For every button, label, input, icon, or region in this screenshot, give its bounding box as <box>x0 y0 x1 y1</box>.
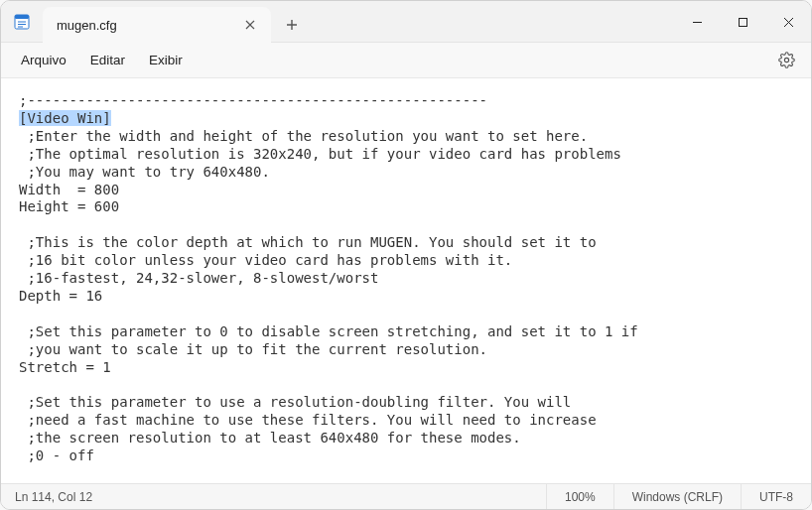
editor-line: ;0 - off <box>19 447 94 463</box>
menu-view[interactable]: Exibir <box>139 49 193 71</box>
editor-line: ;need a fast machine to use these filter… <box>19 412 597 428</box>
new-tab-button[interactable] <box>271 7 313 42</box>
tab-label: mugen.cfg <box>57 18 117 33</box>
editor-line: ;Set this parameter to use a resolution-… <box>19 394 571 410</box>
editor-line: ;Set this parameter to 0 to disable scre… <box>19 323 638 339</box>
window-controls <box>674 1 811 42</box>
editor-line: ;Enter the width and height of the resol… <box>19 128 588 144</box>
editor-line: Depth = 16 <box>19 288 102 304</box>
text-editor[interactable]: ;---------------------------------------… <box>1 78 811 483</box>
titlebar: mugen.cfg <box>1 1 811 43</box>
minimize-button[interactable] <box>674 1 720 43</box>
editor-line: Width = 800 <box>19 182 119 197</box>
maximize-button[interactable] <box>720 1 765 43</box>
svg-rect-1 <box>15 15 29 19</box>
app-icon <box>1 1 43 42</box>
editor-line-selected: [Video Win] <box>19 110 111 126</box>
editor-line: ;the screen resolution to at least 640x4… <box>19 430 521 446</box>
svg-rect-10 <box>739 18 746 26</box>
close-window-button[interactable] <box>765 1 811 43</box>
statusbar: Ln 114, Col 12 100% Windows (CRLF) UTF-8 <box>1 483 811 509</box>
status-zoom[interactable]: 100% <box>546 484 613 509</box>
editor-line: ;16 bit color unless your video card has… <box>19 252 512 268</box>
titlebar-spacer <box>313 1 674 42</box>
editor-line: ;you want to scale it up to fit the curr… <box>19 341 487 357</box>
close-tab-icon[interactable] <box>239 14 261 36</box>
menu-edit[interactable]: Editar <box>80 49 135 71</box>
editor-line: ;You may want to try 640x480. <box>19 164 270 180</box>
document-tab[interactable]: mugen.cfg <box>43 7 271 43</box>
status-cursor: Ln 114, Col 12 <box>1 490 106 504</box>
editor-line: ;---------------------------------------… <box>19 92 487 108</box>
editor-line: Height = 600 <box>19 198 119 214</box>
editor-line: ;The optimal resolution is 320x240, but … <box>19 146 621 162</box>
notepad-window: mugen.cfg Arquivo Editar Exibir <box>0 0 812 510</box>
svg-point-13 <box>784 58 788 62</box>
menu-file[interactable]: Arquivo <box>11 49 76 71</box>
editor-line: ;This is the color depth at which to run… <box>19 234 597 250</box>
editor-line: Stretch = 1 <box>19 359 111 375</box>
editor-line: ;16-fastest, 24,32-slower, 8-slowest/wor… <box>19 270 378 286</box>
status-eol[interactable]: Windows (CRLF) <box>613 484 741 509</box>
status-encoding[interactable]: UTF-8 <box>741 484 811 509</box>
menubar: Arquivo Editar Exibir <box>1 43 811 78</box>
settings-button[interactable] <box>771 46 801 75</box>
